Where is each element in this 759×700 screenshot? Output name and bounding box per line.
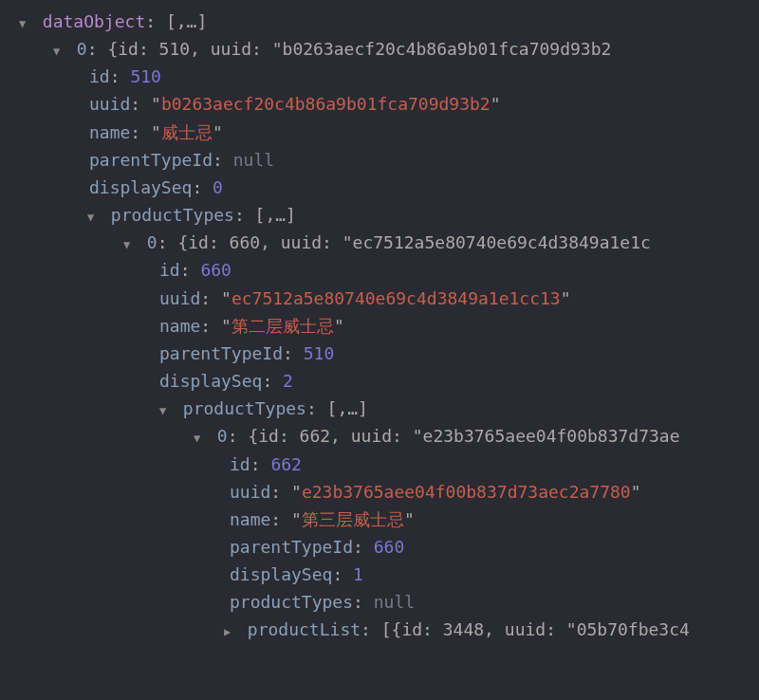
productTypes-preview-1: [,…] xyxy=(255,205,296,225)
field-id-3[interactable]: id: 662 xyxy=(4,451,759,478)
key-uuid: uuid xyxy=(230,482,270,502)
value-parentTypeId-2: 510 xyxy=(304,343,335,363)
tree-root[interactable]: ▼ dataObject: [,…] xyxy=(4,8,759,35)
value-parentTypeId: null xyxy=(233,150,274,170)
key-id: id xyxy=(159,260,180,280)
key-id: id xyxy=(89,66,110,86)
key-name: name xyxy=(230,509,270,529)
key-id: id xyxy=(230,454,250,474)
tree-productTypes-1[interactable]: ▼ productTypes: [,…] xyxy=(4,201,759,229)
key-parentTypeId: parentTypeId xyxy=(230,537,353,557)
index-0-0-0: 0 xyxy=(217,426,228,446)
key-parentTypeId: parentTypeId xyxy=(159,343,283,363)
tree-item-0[interactable]: ▼ 0: {id: 510, uuid: "b0263aecf20c4b86a9… xyxy=(4,35,759,63)
chevron-down-icon: ▼ xyxy=(87,209,101,227)
value-uuid-2: ec7512a5e80740e69c4d3849a1e1cc13 xyxy=(231,288,561,308)
key-displaySeq: displaySeq xyxy=(159,371,262,391)
key-productTypes: productTypes xyxy=(230,592,353,612)
key-uuid: uuid xyxy=(159,288,200,308)
productTypes-preview-2: [,…] xyxy=(327,398,368,418)
tree-item-0-0[interactable]: ▼ 0: {id: 660, uuid: "ec7512a5e80740e69c… xyxy=(4,229,759,256)
value-id: 510 xyxy=(130,66,161,86)
dataObject-preview: [,…] xyxy=(166,11,207,31)
field-parentTypeId-2[interactable]: parentTypeId: 510 xyxy=(4,340,759,367)
field-displaySeq-3[interactable]: displaySeq: 1 xyxy=(4,561,759,588)
key-displaySeq: displaySeq xyxy=(230,564,332,584)
value-displaySeq: 0 xyxy=(213,177,223,197)
item-0-0-summary: {id: 660, uuid: "ec7512a5e80740e69c4d384… xyxy=(177,232,651,252)
key-productList: productList xyxy=(248,619,361,639)
value-name: 威士忌 xyxy=(161,122,213,142)
key-uuid: uuid xyxy=(89,94,130,114)
value-uuid: b0263aecf20c4b86a9b01fca709d93b2 xyxy=(161,94,491,114)
field-uuid[interactable]: uuid: "b0263aecf20c4b86a9b01fca709d93b2" xyxy=(4,90,759,118)
field-displaySeq[interactable]: displaySeq: 0 xyxy=(4,174,759,201)
index-0: 0 xyxy=(77,39,87,59)
key-name: name xyxy=(159,316,200,336)
item-0-0-0-summary: {id: 662, uuid: "e23b3765aee04f00b837d73… xyxy=(248,426,679,446)
item-0-summary: {id: 510, uuid: "b0263aecf20c4b86a9b01fc… xyxy=(107,39,611,59)
chevron-down-icon: ▼ xyxy=(53,43,66,61)
value-productTypes-3: null xyxy=(374,592,415,612)
value-uuid-3: e23b3765aee04f00b837d73aec2a7780 xyxy=(302,482,631,502)
chevron-down-icon: ▼ xyxy=(159,402,173,420)
field-displaySeq-2[interactable]: displaySeq: 2 xyxy=(4,367,759,395)
value-displaySeq-3: 1 xyxy=(353,564,363,584)
tree-productTypes-2[interactable]: ▼ productTypes: [,…] xyxy=(4,395,759,422)
value-id-3: 662 xyxy=(270,454,302,474)
field-name[interactable]: name: "威士忌" xyxy=(4,119,759,146)
index-0-0: 0 xyxy=(147,232,157,252)
chevron-right-icon: ▶ xyxy=(224,623,237,641)
field-parentTypeId-3[interactable]: parentTypeId: 660 xyxy=(4,533,759,561)
value-name-2: 第二层威士忌 xyxy=(231,316,334,336)
key-name: name xyxy=(89,122,130,142)
value-name-3: 第三层威士忌 xyxy=(302,509,404,529)
field-uuid-2[interactable]: uuid: "ec7512a5e80740e69c4d3849a1e1cc13" xyxy=(4,285,759,312)
chevron-down-icon: ▼ xyxy=(194,430,207,448)
key-parentTypeId: parentTypeId xyxy=(89,150,213,170)
field-productTypes-3[interactable]: productTypes: null xyxy=(4,588,759,616)
chevron-down-icon: ▼ xyxy=(123,236,137,254)
tree-productList[interactable]: ▶ productList: [{id: 3448, uuid: "05b70f… xyxy=(4,616,759,643)
key-productTypes: productTypes xyxy=(183,398,306,418)
field-uuid-3[interactable]: uuid: "e23b3765aee04f00b837d73aec2a7780" xyxy=(4,478,759,506)
key-displaySeq: displaySeq xyxy=(89,177,192,197)
tree-item-0-0-0[interactable]: ▼ 0: {id: 662, uuid: "e23b3765aee04f00b8… xyxy=(4,422,759,450)
field-name-3[interactable]: name: "第三层威士忌" xyxy=(4,506,759,533)
field-name-2[interactable]: name: "第二层威士忌" xyxy=(4,312,759,340)
value-parentTypeId-3: 660 xyxy=(374,537,405,557)
field-id[interactable]: id: 510 xyxy=(4,63,759,90)
value-id-2: 660 xyxy=(200,260,231,280)
key-dataObject: dataObject xyxy=(43,11,145,31)
field-parentTypeId[interactable]: parentTypeId: null xyxy=(4,146,759,174)
productList-preview: [{id: 3448, uuid: "05b70fbe3c4 xyxy=(381,619,690,639)
key-productTypes: productTypes xyxy=(111,205,234,225)
value-displaySeq-2: 2 xyxy=(283,371,293,391)
field-id-2[interactable]: id: 660 xyxy=(4,256,759,284)
chevron-down-icon: ▼ xyxy=(19,15,32,33)
